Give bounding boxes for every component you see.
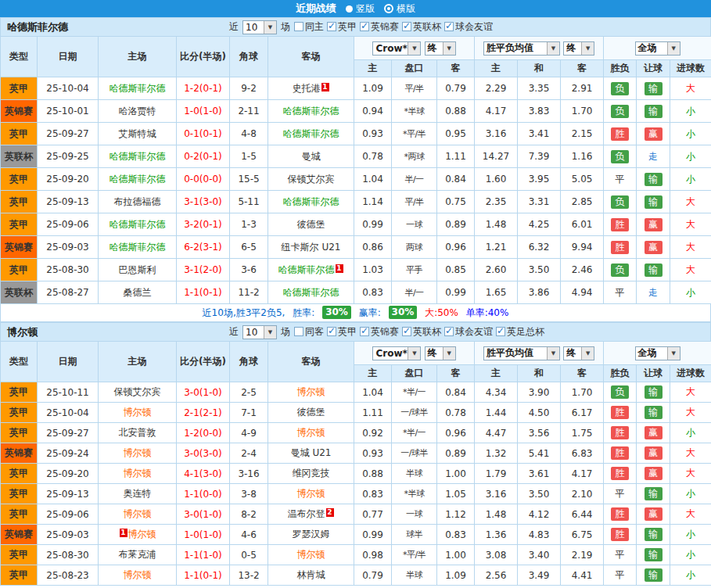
col-avg-away: 客 [561,365,604,382]
result-chip: 平 [616,174,625,185]
home-team-link[interactable]: 博尔顿 [124,447,152,458]
odds-home-cell: 0.92 [354,423,392,443]
away-team-link[interactable]: 曼城 U21 [291,447,332,458]
away-team-link[interactable]: 保顿艾尔宾 [288,174,335,185]
away-team-link[interactable]: 哈德斯菲尔德 [278,264,335,275]
home-team-link[interactable]: 哈德斯菲尔德 [110,174,166,185]
score-link[interactable]: 2-1(2-1) [184,407,222,418]
away-team-link[interactable]: 温布尔登 [288,508,325,519]
score-link[interactable]: 0-1(0-1) [184,128,222,139]
scope-select[interactable]: 全场▼ [635,41,680,56]
filter-checkbox-3[interactable]: 英联杯 [402,325,441,339]
home-team-link[interactable]: 哈德斯菲尔德 [110,151,166,162]
away-team-link[interactable]: 林肯城 [297,569,325,580]
checkbox-label: 英甲 [338,20,357,34]
away-team-link[interactable]: 博尔顿 [297,488,325,499]
away-team-link[interactable]: 博尔顿 [297,427,325,438]
home-team-link[interactable]: 哈德斯菲尔德 [110,83,166,94]
score-link[interactable]: 1-1(1-0) [184,550,222,561]
home-team-cell: 北安普敦 [99,423,177,443]
away-team-link[interactable]: 纽卡斯尔 U21 [282,242,341,253]
away-team-link[interactable]: 维冈竞技 [293,468,330,479]
avg-away-cell: 2.10 [561,484,604,504]
odds-filter-cell: Crow*▼ 终▼ [354,37,475,60]
score-link[interactable]: 4-1(3-0) [184,468,222,479]
avg-odds-select[interactable]: 胜平负均值▼ [483,346,560,360]
scope-select[interactable]: 全场▼ [635,346,680,360]
filter-checkbox-1[interactable]: 英甲 [327,325,357,339]
score-link[interactable]: 1-1(0-0) [184,489,222,500]
radio-horizontal-layout[interactable]: 横版 [384,2,415,16]
avg-home-cell: 1.79 [475,464,518,484]
score-link[interactable]: 3-0(1-0) [184,509,222,520]
away-team-link[interactable]: 罗瑟汉姆 [293,529,330,540]
away-team-link[interactable]: 博尔顿 [297,549,325,560]
home-team-link[interactable]: 博尔顿 [124,468,152,479]
odds-company-select[interactable]: Crow*▼ [372,41,421,56]
score-link[interactable]: 1-2(0-1) [184,83,222,94]
filter-checkbox-5[interactable]: 英足总杯 [496,325,544,339]
away-team-link[interactable]: 博尔顿 [297,386,325,397]
filter-checkbox-2[interactable]: 英锦赛 [360,325,399,339]
filter-checkbox-3[interactable]: 英联杯 [402,20,441,34]
score-link[interactable]: 3-0(1-0) [184,387,222,398]
score-link[interactable]: 1-1(0-1) [184,570,222,581]
filter-checkbox-4[interactable]: 球会友谊 [444,20,493,34]
odds-home-cell: 0.83 [354,281,392,304]
filter-checkbox-4[interactable]: 球会友谊 [444,325,493,339]
away-team-link[interactable]: 彼德堡 [297,219,325,230]
home-team-link[interactable]: 布莱克浦 [119,549,156,560]
home-team-link[interactable]: 哈德斯菲尔德 [110,242,166,253]
away-team-link[interactable]: 哈德斯菲尔德 [283,196,339,207]
odds-company-select[interactable]: Crow*▼ [372,346,421,360]
home-team-link[interactable]: 北安普敦 [119,427,156,438]
score-link[interactable]: 1-1(0-1) [184,287,222,298]
avg-odds-select[interactable]: 胜平负均值▼ [483,41,560,56]
home-team-link[interactable]: 布拉德福德 [114,196,161,207]
avg-time-select[interactable]: 终▼ [563,346,594,360]
score-link[interactable]: 3-2(0-1) [184,219,222,230]
odds-time-select[interactable]: 终▼ [425,41,456,56]
avg-time-select[interactable]: 终▼ [563,41,594,56]
score-link[interactable]: 1-2(0-0) [184,428,222,439]
away-team-cell: 保顿艾尔宾 [268,168,354,191]
filter-checkbox-0[interactable]: 同客 [294,325,324,339]
score-link[interactable]: 3-1(2-0) [184,264,222,275]
home-team-link[interactable]: 桑德兰 [124,287,152,298]
score-link[interactable]: 1-0(1-0) [184,529,222,540]
home-team-link[interactable]: 博尔顿 [124,569,152,580]
match-count-select[interactable]: 10▼ [242,20,277,34]
score-link[interactable]: 0-2(0-1) [184,151,222,162]
home-team-link[interactable]: 艾斯特城 [119,128,156,139]
avg-filter-cell: 胜平负均值▼ 终▼ [475,342,604,365]
away-team-link[interactable]: 曼城 [302,151,321,162]
away-team-link[interactable]: 哈德斯菲尔德 [283,106,339,117]
score-link[interactable]: 3-0(3-0) [184,448,222,459]
avg-draw-cell: 6.32 [518,236,561,259]
odds-time-select[interactable]: 终▼ [425,346,456,360]
away-team-link[interactable]: 哈德斯菲尔德 [283,287,339,298]
score-link[interactable]: 0-0(0-0) [184,174,222,185]
home-team-link[interactable]: 博尔顿 [128,529,156,540]
match-count-select[interactable]: 10▼ [242,325,277,339]
score-link[interactable]: 1-0(1-0) [184,106,222,117]
home-team-link[interactable]: 奥连特 [124,488,152,499]
home-team-link[interactable]: 博尔顿 [124,508,152,519]
radio-vertical-layout[interactable]: 竖版 [346,2,375,16]
score-link[interactable]: 6-2(3-1) [184,242,222,253]
score-link[interactable]: 3-1(3-0) [184,196,222,207]
home-team-link[interactable]: 博尔顿 [124,407,152,418]
home-team-link[interactable]: 保顿艾尔宾 [114,386,161,397]
odds-company-value: Crow* [373,43,408,54]
filter-checkbox-0[interactable]: 同主 [294,20,324,34]
result-chip: 负 [611,105,629,118]
filter-checkbox-1[interactable]: 英甲 [327,20,357,34]
away-team-link[interactable]: 彼德堡 [297,407,325,418]
home-team-link[interactable]: 巴恩斯利 [119,264,156,275]
home-team-link[interactable]: 哈洛贾特 [119,106,156,117]
filter-checkbox-2[interactable]: 英锦赛 [360,20,399,34]
league-cell: 英联杯 [1,145,38,168]
away-team-link[interactable]: 哈德斯菲尔德 [283,128,339,139]
away-team-link[interactable]: 史托港 [293,83,321,94]
home-team-link[interactable]: 哈德斯菲尔德 [110,219,166,230]
